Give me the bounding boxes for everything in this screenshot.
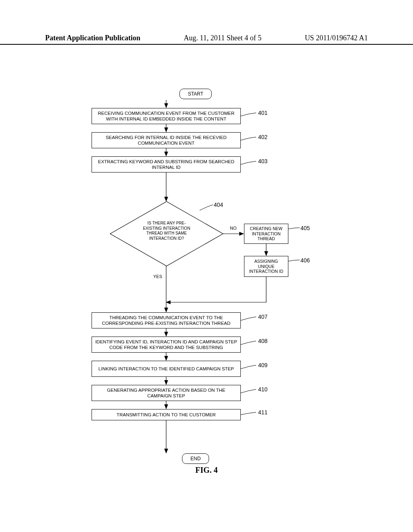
header-left: Patent Application Publication [45, 34, 140, 42]
step-411: TRANSMITTING ACTION TO THE CUSTOMER [92, 409, 241, 420]
decision-404: IS THERE ANY PRE-EXISTING INTERACTION TH… [110, 202, 223, 266]
step-402: SEARCHING FOR INTERNAL ID INSIDE THE REC… [92, 132, 241, 148]
step-408: IDENTIFYING EVENT ID, INTERACTION ID AND… [92, 337, 241, 353]
ref-403: 403 [258, 158, 267, 164]
ref-408: 408 [258, 338, 267, 344]
ref-410: 410 [258, 386, 267, 393]
ref-406: 406 [300, 257, 310, 264]
end-terminator: END [182, 453, 209, 464]
ref-404: 404 [214, 202, 223, 208]
step-403: EXTRACTING KEYWORD AND SUBSTRING FROM SE… [92, 156, 241, 172]
start-terminator: START [179, 89, 212, 99]
edge-label-no: NO [230, 226, 237, 231]
ref-411: 411 [258, 409, 267, 416]
header-right: US 2011/0196742 A1 [305, 34, 368, 42]
ref-409: 409 [258, 362, 267, 368]
step-410: GENERATING APPROPRIATE ACTION BASED ON T… [92, 385, 241, 401]
page-header: Patent Application Publication Aug. 11, … [0, 34, 413, 45]
ref-407: 407 [258, 314, 267, 320]
edge-label-yes: YES [153, 274, 162, 279]
ref-401: 401 [258, 110, 267, 116]
step-409: LINKING INTERACTION TO THE IDENTIFIED CA… [92, 361, 241, 377]
step-401: RECEIVING COMMUNICATION EVENT FROM THE C… [92, 108, 241, 124]
decision-404-text: IS THERE ANY PRE-EXISTING INTERACTION TH… [138, 221, 195, 241]
header-mid: Aug. 11, 2011 Sheet 4 of 5 [184, 34, 262, 42]
step-405: CREATING NEW INTERACTION THREAD [244, 224, 288, 244]
ref-402: 402 [258, 134, 267, 140]
flowchart: START RECEIVING COMMUNICATION EVENT FROM… [83, 89, 309, 468]
step-406: ASSIGNING UNIQUE INTERACTION ID [244, 256, 288, 277]
ref-405: 405 [300, 225, 310, 231]
step-407: THREADING THE COMMUNICATION EVENT TO THE… [92, 312, 241, 328]
figure-caption: FIG. 4 [0, 466, 413, 475]
